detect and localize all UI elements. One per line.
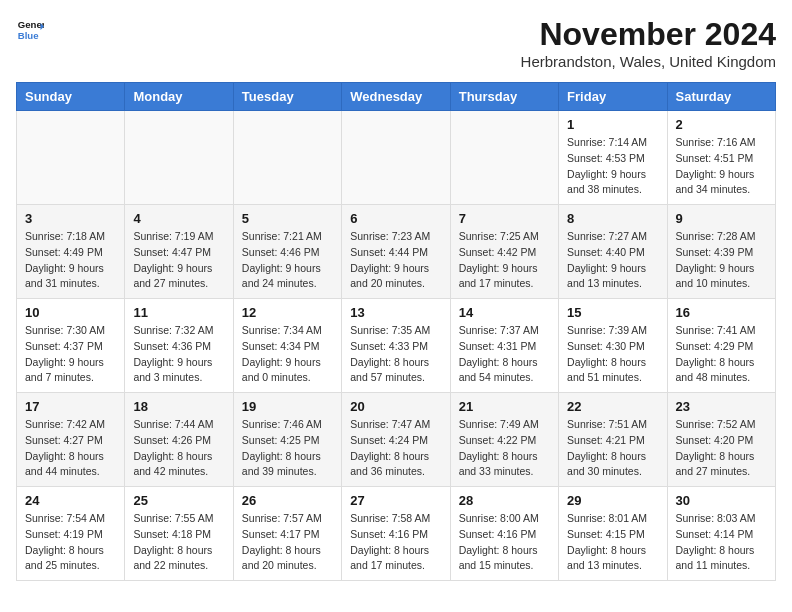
calendar-cell [125,111,233,205]
day-number: 2 [676,117,767,132]
calendar-cell: 26Sunrise: 7:57 AM Sunset: 4:17 PM Dayli… [233,487,341,581]
svg-text:Blue: Blue [18,30,39,41]
calendar-cell: 6Sunrise: 7:23 AM Sunset: 4:44 PM Daylig… [342,205,450,299]
weekday-header-row: SundayMondayTuesdayWednesdayThursdayFrid… [17,83,776,111]
weekday-header-monday: Monday [125,83,233,111]
calendar-week-2: 3Sunrise: 7:18 AM Sunset: 4:49 PM Daylig… [17,205,776,299]
calendar-week-1: 1Sunrise: 7:14 AM Sunset: 4:53 PM Daylig… [17,111,776,205]
day-info: Sunrise: 7:54 AM Sunset: 4:19 PM Dayligh… [25,511,116,574]
day-info: Sunrise: 7:18 AM Sunset: 4:49 PM Dayligh… [25,229,116,292]
day-number: 24 [25,493,116,508]
day-number: 1 [567,117,658,132]
day-info: Sunrise: 7:35 AM Sunset: 4:33 PM Dayligh… [350,323,441,386]
calendar-cell: 28Sunrise: 8:00 AM Sunset: 4:16 PM Dayli… [450,487,558,581]
day-number: 28 [459,493,550,508]
calendar-cell: 7Sunrise: 7:25 AM Sunset: 4:42 PM Daylig… [450,205,558,299]
day-info: Sunrise: 7:52 AM Sunset: 4:20 PM Dayligh… [676,417,767,480]
day-info: Sunrise: 8:01 AM Sunset: 4:15 PM Dayligh… [567,511,658,574]
calendar-cell: 27Sunrise: 7:58 AM Sunset: 4:16 PM Dayli… [342,487,450,581]
day-info: Sunrise: 7:37 AM Sunset: 4:31 PM Dayligh… [459,323,550,386]
day-info: Sunrise: 7:32 AM Sunset: 4:36 PM Dayligh… [133,323,224,386]
day-info: Sunrise: 7:34 AM Sunset: 4:34 PM Dayligh… [242,323,333,386]
day-info: Sunrise: 7:51 AM Sunset: 4:21 PM Dayligh… [567,417,658,480]
day-info: Sunrise: 7:30 AM Sunset: 4:37 PM Dayligh… [25,323,116,386]
calendar-cell [17,111,125,205]
day-number: 15 [567,305,658,320]
calendar-cell: 11Sunrise: 7:32 AM Sunset: 4:36 PM Dayli… [125,299,233,393]
calendar-cell: 22Sunrise: 7:51 AM Sunset: 4:21 PM Dayli… [559,393,667,487]
weekday-header-friday: Friday [559,83,667,111]
day-info: Sunrise: 7:21 AM Sunset: 4:46 PM Dayligh… [242,229,333,292]
day-number: 14 [459,305,550,320]
calendar-cell: 10Sunrise: 7:30 AM Sunset: 4:37 PM Dayli… [17,299,125,393]
day-info: Sunrise: 7:16 AM Sunset: 4:51 PM Dayligh… [676,135,767,198]
day-number: 19 [242,399,333,414]
day-number: 8 [567,211,658,226]
day-number: 27 [350,493,441,508]
calendar-cell: 9Sunrise: 7:28 AM Sunset: 4:39 PM Daylig… [667,205,775,299]
calendar-cell [342,111,450,205]
weekday-header-saturday: Saturday [667,83,775,111]
calendar-cell: 20Sunrise: 7:47 AM Sunset: 4:24 PM Dayli… [342,393,450,487]
day-number: 29 [567,493,658,508]
day-number: 23 [676,399,767,414]
day-number: 18 [133,399,224,414]
calendar-cell: 18Sunrise: 7:44 AM Sunset: 4:26 PM Dayli… [125,393,233,487]
logo-icon: General Blue [16,16,44,44]
day-info: Sunrise: 8:00 AM Sunset: 4:16 PM Dayligh… [459,511,550,574]
day-number: 21 [459,399,550,414]
weekday-header-thursday: Thursday [450,83,558,111]
title-block: November 2024 Herbrandston, Wales, Unite… [521,16,776,70]
weekday-header-sunday: Sunday [17,83,125,111]
day-info: Sunrise: 7:28 AM Sunset: 4:39 PM Dayligh… [676,229,767,292]
day-info: Sunrise: 7:49 AM Sunset: 4:22 PM Dayligh… [459,417,550,480]
day-number: 5 [242,211,333,226]
calendar-cell: 15Sunrise: 7:39 AM Sunset: 4:30 PM Dayli… [559,299,667,393]
calendar-week-5: 24Sunrise: 7:54 AM Sunset: 4:19 PM Dayli… [17,487,776,581]
day-info: Sunrise: 7:27 AM Sunset: 4:40 PM Dayligh… [567,229,658,292]
day-info: Sunrise: 7:41 AM Sunset: 4:29 PM Dayligh… [676,323,767,386]
calendar-cell: 16Sunrise: 7:41 AM Sunset: 4:29 PM Dayli… [667,299,775,393]
day-number: 17 [25,399,116,414]
calendar-cell: 21Sunrise: 7:49 AM Sunset: 4:22 PM Dayli… [450,393,558,487]
weekday-header-tuesday: Tuesday [233,83,341,111]
day-number: 12 [242,305,333,320]
calendar-cell: 17Sunrise: 7:42 AM Sunset: 4:27 PM Dayli… [17,393,125,487]
day-number: 25 [133,493,224,508]
day-number: 13 [350,305,441,320]
location: Herbrandston, Wales, United Kingdom [521,53,776,70]
calendar-cell: 8Sunrise: 7:27 AM Sunset: 4:40 PM Daylig… [559,205,667,299]
calendar-cell: 25Sunrise: 7:55 AM Sunset: 4:18 PM Dayli… [125,487,233,581]
calendar-cell: 5Sunrise: 7:21 AM Sunset: 4:46 PM Daylig… [233,205,341,299]
svg-text:General: General [18,19,44,30]
calendar-cell: 1Sunrise: 7:14 AM Sunset: 4:53 PM Daylig… [559,111,667,205]
calendar-week-3: 10Sunrise: 7:30 AM Sunset: 4:37 PM Dayli… [17,299,776,393]
day-info: Sunrise: 7:14 AM Sunset: 4:53 PM Dayligh… [567,135,658,198]
calendar-cell: 3Sunrise: 7:18 AM Sunset: 4:49 PM Daylig… [17,205,125,299]
calendar-cell: 12Sunrise: 7:34 AM Sunset: 4:34 PM Dayli… [233,299,341,393]
day-number: 4 [133,211,224,226]
calendar-cell: 2Sunrise: 7:16 AM Sunset: 4:51 PM Daylig… [667,111,775,205]
day-info: Sunrise: 7:44 AM Sunset: 4:26 PM Dayligh… [133,417,224,480]
day-number: 10 [25,305,116,320]
calendar-cell [233,111,341,205]
day-info: Sunrise: 7:55 AM Sunset: 4:18 PM Dayligh… [133,511,224,574]
month-title: November 2024 [521,16,776,53]
logo: General Blue [16,16,44,44]
day-number: 6 [350,211,441,226]
day-number: 3 [25,211,116,226]
day-number: 26 [242,493,333,508]
day-info: Sunrise: 7:39 AM Sunset: 4:30 PM Dayligh… [567,323,658,386]
day-number: 30 [676,493,767,508]
day-info: Sunrise: 7:23 AM Sunset: 4:44 PM Dayligh… [350,229,441,292]
day-info: Sunrise: 7:58 AM Sunset: 4:16 PM Dayligh… [350,511,441,574]
day-number: 7 [459,211,550,226]
calendar-cell: 19Sunrise: 7:46 AM Sunset: 4:25 PM Dayli… [233,393,341,487]
calendar-cell [450,111,558,205]
page-header: General Blue November 2024 Herbrandston,… [16,16,776,70]
day-info: Sunrise: 7:19 AM Sunset: 4:47 PM Dayligh… [133,229,224,292]
day-info: Sunrise: 7:57 AM Sunset: 4:17 PM Dayligh… [242,511,333,574]
calendar-week-4: 17Sunrise: 7:42 AM Sunset: 4:27 PM Dayli… [17,393,776,487]
calendar-cell: 13Sunrise: 7:35 AM Sunset: 4:33 PM Dayli… [342,299,450,393]
day-info: Sunrise: 7:25 AM Sunset: 4:42 PM Dayligh… [459,229,550,292]
